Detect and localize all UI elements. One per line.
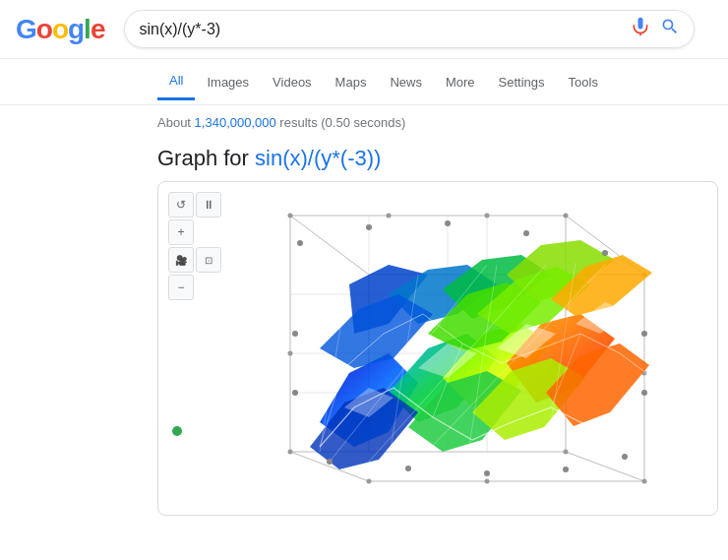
svg-point-22 xyxy=(288,450,293,455)
svg-point-21 xyxy=(564,450,569,455)
graph-title: Graph for sin(x)/(y*(-3)) xyxy=(157,146,571,171)
search-input[interactable] xyxy=(139,21,631,38)
results-area: About 1,340,000,000 results (0.50 second… xyxy=(0,105,728,526)
svg-point-55 xyxy=(327,459,333,465)
ctrl-row-top: ↺ ⏸ xyxy=(168,192,221,218)
nav-item-tools[interactable]: Tools xyxy=(557,65,610,99)
graph-title-prefix: Graph for xyxy=(157,146,255,170)
svg-point-19 xyxy=(367,479,372,484)
svg-point-57 xyxy=(484,470,490,476)
ctrl-row-zoom-out: − xyxy=(168,275,221,300)
svg-point-58 xyxy=(563,467,569,472)
svg-point-61 xyxy=(641,331,647,337)
svg-point-68 xyxy=(292,390,298,396)
header: Google xyxy=(0,0,728,59)
graph-svg xyxy=(192,196,684,501)
svg-point-59 xyxy=(622,454,628,460)
nav-item-maps[interactable]: Maps xyxy=(324,65,379,99)
svg-point-62 xyxy=(602,250,608,256)
search-bar xyxy=(124,10,695,48)
graph-visual xyxy=(168,192,707,505)
svg-point-13 xyxy=(387,214,392,218)
svg-point-18 xyxy=(642,479,647,484)
ctrl-row-camera: 🎥 ⊡ xyxy=(168,247,221,273)
ctrl-row-zoom-in: + xyxy=(168,219,221,245)
svg-point-15 xyxy=(564,214,569,218)
svg-point-20 xyxy=(485,479,490,484)
search-button[interactable] xyxy=(660,17,680,41)
nav-item-news[interactable]: News xyxy=(378,65,434,99)
pause-button[interactable]: ⏸ xyxy=(196,192,221,218)
nav-right: Settings Tools xyxy=(487,65,610,99)
reset-button[interactable]: ⊡ xyxy=(196,247,221,273)
navigation: All Images Videos Maps News More Setting… xyxy=(0,59,728,105)
zoom-out-button[interactable]: − xyxy=(168,275,194,300)
refresh-button[interactable]: ↺ xyxy=(168,192,194,218)
google-logo: Google xyxy=(16,14,104,45)
svg-point-14 xyxy=(485,214,490,218)
svg-point-12 xyxy=(288,214,293,218)
results-count-link[interactable]: 1,340,000,000 xyxy=(195,115,276,130)
camera-button[interactable]: 🎥 xyxy=(168,247,194,273)
nav-item-videos[interactable]: Videos xyxy=(261,65,324,99)
results-count: About 1,340,000,000 results (0.50 second… xyxy=(157,115,571,130)
svg-marker-33 xyxy=(320,294,433,368)
zoom-in-button[interactable]: + xyxy=(168,219,194,245)
svg-point-63 xyxy=(523,230,529,236)
graph-container: ↺ ⏸ + 🎥 ⊡ − xyxy=(157,181,718,516)
graph-controls: ↺ ⏸ + 🎥 ⊡ − xyxy=(168,192,221,300)
nav-item-images[interactable]: Images xyxy=(195,65,261,99)
nav-item-settings[interactable]: Settings xyxy=(487,65,557,99)
svg-point-67 xyxy=(292,331,298,337)
svg-point-23 xyxy=(288,351,293,356)
svg-point-65 xyxy=(366,224,372,230)
svg-point-64 xyxy=(445,220,451,226)
graph-equation: sin(x)/(y*(-3)) xyxy=(255,146,381,170)
nav-item-more[interactable]: More xyxy=(434,65,487,99)
svg-point-60 xyxy=(641,390,647,396)
microphone-icon[interactable] xyxy=(631,17,650,41)
search-icons xyxy=(631,17,680,41)
svg-point-56 xyxy=(405,466,411,471)
nav-item-all[interactable]: All xyxy=(157,63,195,100)
svg-point-66 xyxy=(297,240,303,246)
